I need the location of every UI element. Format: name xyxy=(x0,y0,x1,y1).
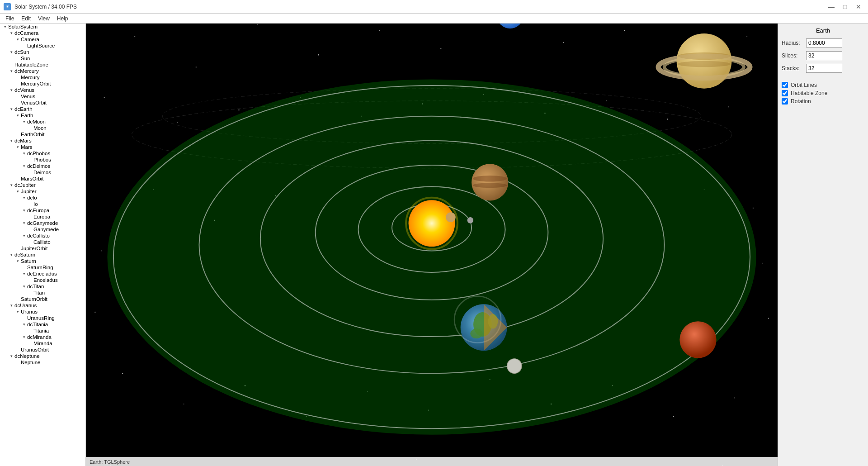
tree-item-ganymede[interactable]: Ganymede xyxy=(0,226,85,233)
menu-item-help[interactable]: Help xyxy=(53,14,72,23)
tree-item-dcjupiter[interactable]: ▾dcJupiter xyxy=(0,182,85,188)
tree-item-europa[interactable]: Europa xyxy=(0,214,85,220)
radius-label: Radius: xyxy=(782,40,804,46)
tree-item-uranusring[interactable]: UranusRing xyxy=(0,315,85,321)
orbit-lines-checkbox[interactable] xyxy=(782,82,788,88)
tree-item-solarsystem[interactable]: ▾SolarSystem xyxy=(0,24,85,30)
svg-point-23 xyxy=(746,36,747,37)
tree-item-dcneptune[interactable]: ▾dcNeptune xyxy=(0,353,85,359)
titlebar-controls: — □ ✕ xyxy=(826,2,864,11)
tree-item-dcvenus[interactable]: ▾dcVenus xyxy=(0,87,85,93)
solar-system-view xyxy=(86,24,778,466)
tree-item-saturn[interactable]: ▾Saturn xyxy=(0,258,85,264)
tree-item-dccallisto[interactable]: ▾dcCallisto xyxy=(0,233,85,239)
tree-item-earthorbit[interactable]: EarthOrbit xyxy=(0,131,85,138)
titlebar-left: ☀ Solar System / 34.00 FPS xyxy=(4,3,77,10)
tree-arrow: ▾ xyxy=(21,151,27,156)
tree-item-camera[interactable]: ▾Camera xyxy=(0,36,85,43)
tree-item-dcearth[interactable]: ▾dcEarth xyxy=(0,106,85,112)
radius-input[interactable] xyxy=(806,38,842,48)
tree-item-callisto[interactable]: Callisto xyxy=(0,239,85,245)
tree-item-dcuranus[interactable]: ▾dcUranus xyxy=(0,302,85,309)
tree-arrow: ▾ xyxy=(14,145,21,149)
titlebar: ☀ Solar System / 34.00 FPS — □ ✕ xyxy=(0,0,868,14)
tree-item-saturnring[interactable]: SaturnRing xyxy=(0,264,85,271)
tree-item-dcmercury[interactable]: ▾dcMercury xyxy=(0,68,85,74)
tree-arrow: ▾ xyxy=(14,37,21,42)
close-button[interactable]: ✕ xyxy=(853,2,864,11)
orbit-lines-label: Orbit Lines xyxy=(791,82,817,88)
tree-item-dcdeimos[interactable]: ▾dcDeimos xyxy=(0,163,85,169)
tree-label: VenusOrbit xyxy=(21,100,47,105)
tree-item-saturnorbit[interactable]: SaturnOrbit xyxy=(0,296,85,302)
tree-item-io[interactable]: Io xyxy=(0,201,85,207)
menu-item-file[interactable]: File xyxy=(2,14,18,23)
rotation-row: Rotation xyxy=(782,98,864,105)
tree-label: dcEarth xyxy=(14,106,33,112)
tree-item-mercury[interactable]: Mercury xyxy=(0,74,85,81)
tree-item-dceuropa[interactable]: ▾dcEuropa xyxy=(0,207,85,214)
tree-item-jupiterorbit[interactable]: JupiterOrbit xyxy=(0,245,85,252)
tree-label: dcJupiter xyxy=(14,182,36,188)
tree-item-venus[interactable]: Venus xyxy=(0,93,85,100)
tree-item-dcenceladus[interactable]: ▾dcEnceladus xyxy=(0,271,85,277)
tree-item-uranus[interactable]: ▾Uranus xyxy=(0,309,85,315)
tree-item-dcsun[interactable]: ▾dcSun xyxy=(0,49,85,55)
tree-item-dcganymede[interactable]: ▾dcGanymede xyxy=(0,220,85,226)
svg-point-99 xyxy=(473,176,507,182)
tree-item-dcio[interactable]: ▾dcIo xyxy=(0,195,85,201)
tree-item-uranusorbit[interactable]: UranusOrbit xyxy=(0,347,85,353)
tree-label: HabitableZone xyxy=(14,62,48,67)
tree-item-enceladus[interactable]: Enceladus xyxy=(0,277,85,283)
svg-point-15 xyxy=(257,24,258,25)
menu-item-edit[interactable]: Edit xyxy=(18,14,34,23)
tree-item-dctitania[interactable]: ▾dcTitania xyxy=(0,321,85,328)
svg-point-97 xyxy=(679,321,716,358)
stacks-input[interactable] xyxy=(806,64,842,73)
tree-arrow: ▾ xyxy=(8,303,14,308)
svg-point-76 xyxy=(768,318,769,319)
tree-item-dcphobos[interactable]: ▾dcPhobos xyxy=(0,150,85,157)
tree-label: Ganymede xyxy=(33,227,59,232)
tree-item-jupiter[interactable]: ▾Jupiter xyxy=(0,188,85,195)
tree-item-phobos[interactable]: Phobos xyxy=(0,157,85,163)
tree-item-titania[interactable]: Titania xyxy=(0,328,85,334)
tree-item-dcmars[interactable]: ▾dcMars xyxy=(0,138,85,144)
tree-label: dcCamera xyxy=(14,30,38,36)
tree-item-neptune[interactable]: Neptune xyxy=(0,359,85,366)
tree-item-titan[interactable]: Titan xyxy=(0,290,85,296)
tree-item-marsorbit[interactable]: MarsOrbit xyxy=(0,176,85,182)
tree-item-dcsaturn[interactable]: ▾dcSaturn xyxy=(0,252,85,258)
right-panel: Earth Radius: Slices: Stacks: Orbit Line… xyxy=(778,24,868,466)
tree-item-sun[interactable]: Sun xyxy=(0,55,85,62)
tree-label: Venus xyxy=(21,94,35,99)
tree-item-dcmiranda[interactable]: ▾dcMiranda xyxy=(0,334,85,340)
slices-input[interactable] xyxy=(806,51,842,60)
tree-item-earth[interactable]: ▾Earth xyxy=(0,112,85,119)
tree-arrow: ▾ xyxy=(21,164,27,168)
sidebar[interactable]: ▾SolarSystem▾dcCamera▾CameraLightSource▾… xyxy=(0,24,86,466)
tree-item-mars[interactable]: ▾Mars xyxy=(0,144,85,150)
habitable-zone-checkbox[interactable] xyxy=(782,90,788,96)
menu-item-view[interactable]: View xyxy=(34,14,53,23)
tree-item-lightsource[interactable]: LightSource xyxy=(0,43,85,49)
tree-item-miranda[interactable]: Miranda xyxy=(0,340,85,347)
svg-point-16 xyxy=(318,54,319,55)
rotation-checkbox[interactable] xyxy=(782,98,788,105)
tree-item-dcmoon[interactable]: ▾dcMoon xyxy=(0,119,85,125)
svg-point-98 xyxy=(472,164,508,200)
tree-item-moon[interactable]: Moon xyxy=(0,125,85,131)
titlebar-title: Solar System / 34.00 FPS xyxy=(14,4,77,10)
tree-item-venusorbit[interactable]: VenusOrbit xyxy=(0,100,85,106)
tree-item-deimos[interactable]: Deimos xyxy=(0,169,85,176)
maximize-button[interactable]: □ xyxy=(839,2,851,11)
tree-item-mercuryorbit[interactable]: MercuryOrbit xyxy=(0,81,85,87)
tree-item-habitablezone[interactable]: HabitableZone xyxy=(0,62,85,68)
tree-item-dctitan[interactable]: ▾dcTitan xyxy=(0,283,85,290)
tree-label: dcTitan xyxy=(27,284,44,289)
viewport[interactable]: Earth: TGLSphere xyxy=(86,24,778,466)
minimize-button[interactable]: — xyxy=(826,2,837,11)
tree-item-dccamera[interactable]: ▾dcCamera xyxy=(0,30,85,36)
svg-point-72 xyxy=(753,208,754,209)
tree-label: Saturn xyxy=(21,258,36,264)
